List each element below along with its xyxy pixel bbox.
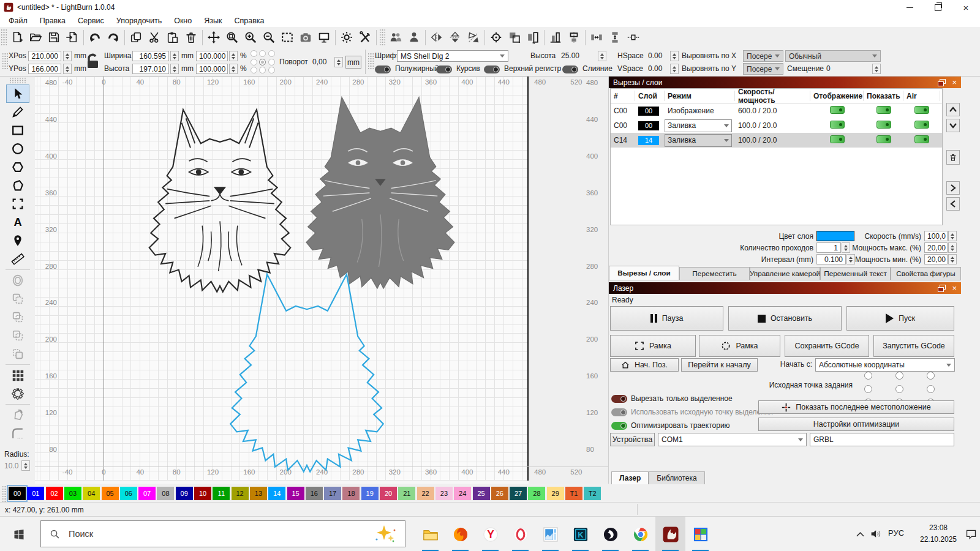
toolbar-grip[interactable]: [368, 53, 374, 69]
media-app-icon[interactable]: [685, 517, 715, 551]
air-toggle[interactable]: [914, 121, 929, 129]
palette-swatch-07[interactable]: 07: [138, 487, 156, 500]
display-toggle[interactable]: [830, 135, 845, 143]
show-toggle[interactable]: [876, 135, 891, 143]
radius-stepper[interactable]: [21, 460, 30, 471]
toolbar-grip[interactable]: [2, 53, 8, 69]
units-button[interactable]: mm: [345, 56, 361, 69]
redo-icon[interactable]: [104, 29, 123, 47]
palette-swatch-T1[interactable]: T1: [565, 487, 582, 500]
palette-swatch-27[interactable]: 27: [510, 487, 527, 500]
anchor-cell-8[interactable]: [268, 67, 275, 73]
create-text-tool[interactable]: A: [6, 213, 29, 231]
xpos-stepper[interactable]: [63, 51, 72, 61]
italic-toggle[interactable]: [436, 66, 452, 73]
palette-swatch-28[interactable]: 28: [528, 487, 545, 500]
app-k-icon[interactable]: K: [565, 517, 595, 551]
use-selection-origin-toggle[interactable]: [611, 408, 627, 416]
rotate-stepper[interactable]: [334, 57, 343, 67]
port-dropdown[interactable]: COM1: [658, 433, 807, 446]
volume-icon[interactable]: [870, 528, 883, 540]
job-origin-radio-1[interactable]: [895, 372, 903, 380]
move-laser-to-position-icon[interactable]: [505, 29, 524, 47]
font-dropdown[interactable]: MS Shell Dlg 2: [397, 50, 508, 62]
layer-row-1[interactable]: C0000Заливка100.0 / 20.0: [611, 118, 942, 133]
palette-grip[interactable]: [2, 486, 8, 502]
yandex-browser-icon[interactable]: Y: [475, 517, 505, 551]
speed-stepper[interactable]: [948, 231, 957, 241]
close-panel-icon[interactable]: ×: [952, 78, 957, 87]
polygon-tool[interactable]: [6, 158, 29, 176]
anchor-cell-5[interactable]: [268, 59, 275, 66]
convert-to-path-tool[interactable]: [6, 176, 29, 195]
offset-shapes-tool[interactable]: [6, 271, 29, 290]
tray-expand-icon[interactable]: [855, 530, 865, 538]
paste-icon[interactable]: [164, 29, 182, 47]
edit-nodes-tool[interactable]: [6, 195, 29, 213]
palette-swatch-22[interactable]: 22: [417, 487, 434, 500]
anchor-cell-1[interactable]: [259, 50, 266, 57]
palette-swatch-15[interactable]: 15: [287, 487, 304, 500]
tab-camera-control[interactable]: Управление камерой: [750, 267, 820, 280]
offset-stepper[interactable]: [872, 64, 881, 74]
lock-aspect-icon[interactable]: [85, 52, 101, 72]
text-style-dropdown[interactable]: Обычный: [785, 50, 881, 62]
ypos-field[interactable]: 166.000: [28, 64, 61, 74]
height-field[interactable]: 197.010: [132, 64, 169, 74]
palette-swatch-09[interactable]: 09: [176, 487, 193, 500]
col-layer[interactable]: Слой: [635, 91, 665, 101]
tab-variable-text[interactable]: Переменный текст: [820, 267, 891, 280]
width-percent-stepper[interactable]: [229, 51, 238, 61]
uppercase-toggle[interactable]: [484, 66, 500, 73]
palette-swatch-17[interactable]: 17: [324, 487, 341, 500]
cut-icon[interactable]: [145, 29, 164, 47]
anchor-point-selector[interactable]: [250, 50, 277, 75]
new-file-icon[interactable]: [8, 29, 26, 47]
offset-field[interactable]: 0: [824, 64, 869, 74]
measure-tool[interactable]: [6, 250, 29, 268]
layer-row-2[interactable]: C1414Заливка100.0 / 20.0: [611, 133, 942, 148]
height-percent-field[interactable]: 100.000: [196, 64, 228, 74]
vspace-stepper[interactable]: [670, 64, 679, 74]
grid-array-tool[interactable]: [6, 366, 29, 384]
action-center-icon[interactable]: [964, 528, 978, 540]
close-button[interactable]: ×: [952, 0, 980, 15]
restore-button[interactable]: [924, 0, 952, 15]
anchor-cell-3[interactable]: [251, 59, 257, 66]
copilot-sparkle-icon[interactable]: [372, 524, 396, 544]
palette-swatch-T2[interactable]: T2: [584, 487, 601, 500]
app-b-icon[interactable]: [595, 517, 625, 551]
move-layer-down-button[interactable]: [946, 119, 960, 132]
lightburn-icon[interactable]: [655, 517, 685, 551]
float-panel-icon[interactable]: [938, 285, 946, 292]
palette-swatch-26[interactable]: 26: [491, 487, 508, 500]
palette-swatch-01[interactable]: 01: [27, 487, 44, 500]
undo-icon[interactable]: [86, 29, 104, 47]
start-button[interactable]: [0, 517, 38, 551]
air-toggle[interactable]: [914, 106, 929, 114]
rotate-field[interactable]: 0,00: [310, 57, 334, 67]
col-show[interactable]: Показать: [864, 91, 903, 101]
menu-4[interactable]: Окно: [168, 15, 198, 26]
frame-selection-icon[interactable]: [278, 29, 296, 47]
palette-swatch-24[interactable]: 24: [454, 487, 471, 500]
rubber-frame-button[interactable]: Рамка: [699, 335, 780, 357]
anchor-cell-2[interactable]: [268, 50, 275, 57]
menu-2[interactable]: Сервис: [72, 15, 110, 26]
explorer-icon[interactable]: [415, 517, 445, 551]
air-toggle[interactable]: [914, 135, 929, 143]
minimize-button[interactable]: [895, 0, 924, 15]
anchor-cell-7[interactable]: [259, 67, 266, 73]
power-max-field[interactable]: 20,00: [924, 242, 948, 253]
align-centers-icon[interactable]: [565, 29, 583, 47]
move-to-origin-icon[interactable]: [524, 29, 542, 47]
job-origin-radio-4[interactable]: [895, 385, 903, 393]
open-icon[interactable]: [26, 29, 45, 47]
taskbar-clock[interactable]: 23:08 22.10.2025: [915, 522, 962, 547]
width-stepper[interactable]: [170, 51, 179, 61]
vspace-field[interactable]: 0.00: [646, 64, 668, 74]
height-stepper[interactable]: [170, 64, 179, 74]
job-origin-radio-2[interactable]: [927, 372, 935, 380]
ungroup-icon[interactable]: [405, 29, 423, 47]
anchor-cell-6[interactable]: [251, 67, 257, 73]
